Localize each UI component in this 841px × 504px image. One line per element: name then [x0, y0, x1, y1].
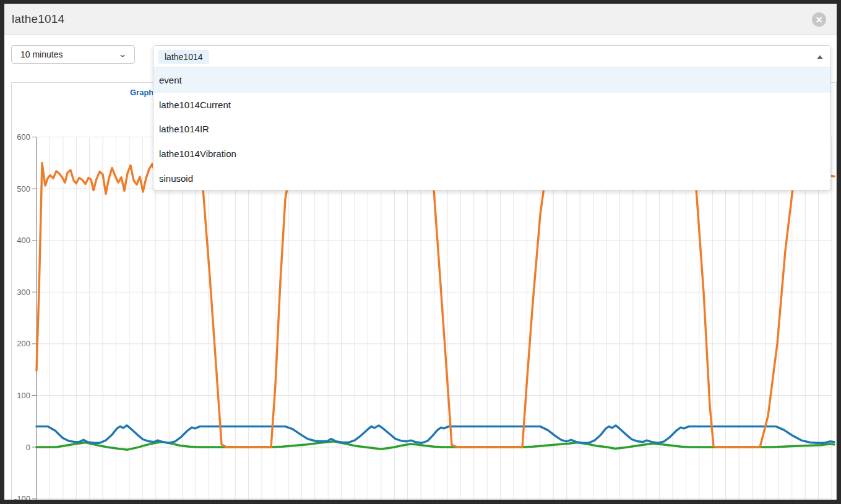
series-option-sinusoid[interactable]: sinusoid [153, 166, 830, 190]
y-axis-tick-label: 500 [17, 184, 30, 194]
y-axis-tick-label: 0 [26, 443, 30, 452]
page-edge-bottom [0, 500, 841, 504]
series-orange-line [37, 163, 834, 447]
caret-up-icon[interactable]: ▲ [816, 53, 825, 60]
series-combobox[interactable]: lathe1014 ▲ eventlathe1014Currentlathe10… [153, 45, 831, 190]
series-option-lathe1014vibration[interactable]: lathe1014Vibration [153, 142, 830, 166]
time-range-value: 10 minutes [20, 49, 63, 59]
page-edge-top [0, 0, 841, 4]
y-axis-tick-label: 300 [17, 288, 30, 297]
page-edge-right [837, 0, 841, 504]
modal-header: lathe1014 ✕ [4, 4, 837, 35]
y-axis-tick-label: 100 [17, 391, 30, 400]
y-axis-tick-label: 200 [17, 339, 30, 348]
close-icon[interactable]: ✕ [812, 12, 826, 27]
tab-graph[interactable]: Graph [130, 88, 153, 97]
series-options-list: eventlathe1014Currentlathe1014IRlathe101… [153, 68, 830, 190]
chart-y-axis: -1000100200300400500600 [14, 132, 37, 503]
y-axis-tick-label: 600 [17, 132, 30, 142]
modal-title: lathe1014 [12, 12, 64, 26]
page-edge-left [0, 0, 4, 504]
time-range-select[interactable]: 10 minutes ⌄ [11, 45, 135, 64]
series-option-lathe1014ir[interactable]: lathe1014IR [153, 117, 830, 142]
series-blue-line [37, 425, 834, 443]
series-option-event[interactable]: event [153, 68, 830, 93]
modal-background: -1000100200300400500600 Graph 10 minutes… [0, 0, 841, 504]
selected-series-tag[interactable]: lathe1014 [158, 50, 209, 64]
series-combobox-input[interactable]: lathe1014 ▲ [153, 46, 830, 68]
series-option-lathe1014current[interactable]: lathe1014Current [153, 93, 830, 117]
y-axis-tick-label: 400 [17, 236, 30, 245]
chevron-down-icon: ⌄ [118, 50, 127, 59]
